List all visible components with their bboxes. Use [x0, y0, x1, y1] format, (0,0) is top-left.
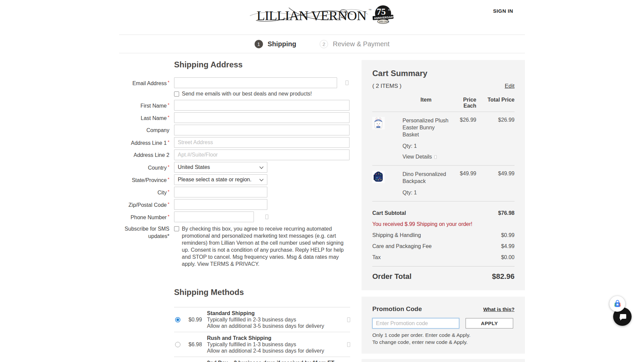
cart-item-name: Personalized Plush Easter Bunny Basket — [402, 117, 449, 138]
step-shipping[interactable]: 1 Shipping — [255, 40, 297, 48]
cart-item-qty: Qty: 1 — [402, 190, 449, 196]
cart-summary-title: Cart Summary — [372, 69, 515, 78]
column-item: Item — [402, 97, 449, 109]
step-1-circle: 1 — [255, 40, 263, 48]
edit-cart-link[interactable]: Edit — [505, 83, 515, 89]
promotion-what-is-this-link[interactable]: What is this? — [483, 306, 515, 312]
order-total-row: Order Total $82.96 — [372, 266, 515, 281]
store-logo[interactable]: LILLIAN VERNON ™ 75 th ANNIVERSARY 1951-… — [0, 0, 644, 26]
sign-in-link[interactable]: SIGN IN — [493, 8, 513, 14]
coupon-panel: Coupon# What is this? APPLY — [362, 359, 525, 362]
shipping-method-rush[interactable]: $6.98 Rush and Track Shipping Typically … — [174, 332, 350, 357]
sms-consent-checkbox[interactable] — [174, 226, 179, 231]
shipping-address-title: Shipping Address — [174, 60, 356, 69]
shipping-method-2nd-day[interactable]: $18.98 2nd Day – 2 business days if rece… — [174, 357, 350, 362]
shipping-method-radio[interactable] — [175, 342, 180, 347]
site-header: LILLIAN VERNON ™ 75 th ANNIVERSARY 1951-… — [0, 0, 644, 35]
column-total-price: Total Price — [476, 97, 515, 109]
chevron-down-icon — [259, 177, 264, 183]
checkout-progress-stepper: 1 Shipping 2 Review & Payment — [119, 35, 525, 53]
promotion-note: Only 1 code per order. Enter code & Appl… — [372, 331, 515, 346]
method-line1: Typically fulfilled in 1-3 business days — [207, 341, 344, 348]
sms-consent-row: Subscribe for SMS updates* By checking t… — [119, 225, 356, 267]
cart-item-qty: Qty: 1 — [402, 143, 449, 149]
address2-label: Address Line 2 — [119, 152, 169, 158]
email-field[interactable] — [174, 77, 337, 88]
cart-item-price-each: $26.99 — [449, 117, 476, 123]
method-name: Standard Shipping — [207, 310, 344, 316]
shipping-form-section: Shipping Address Email Address* Send me … — [119, 60, 356, 362]
city-field[interactable] — [174, 187, 267, 197]
method-info-icon — [347, 342, 350, 347]
google-reviews-badge[interactable] — [609, 296, 625, 312]
sms-consent-text: By checking this box, you agree to recei… — [182, 225, 349, 267]
cart-item-dino-backpack: Dino Personalized Backpack Qty: 1 $49.99… — [372, 166, 515, 201]
city-row: City* — [119, 187, 356, 197]
required-asterisk: * — [168, 80, 169, 85]
last-name-row: Last Name* — [119, 112, 356, 123]
promotion-apply-button[interactable]: APPLY — [466, 318, 513, 328]
required-asterisk: * — [168, 189, 169, 194]
chat-bubble-icon — [619, 313, 627, 321]
order-total-label: Order Total — [372, 272, 412, 281]
required-asterisk: * — [168, 115, 169, 120]
chevron-down-icon — [259, 164, 264, 170]
last-name-field[interactable] — [174, 112, 350, 123]
lillian-vernon-logo-graphic: LILLIAN VERNON ™ 75 th ANNIVERSARY 1951-… — [249, 4, 395, 26]
zip-label: Zip/Postal Code* — [119, 201, 169, 208]
phone-tooltip-icon[interactable] — [265, 215, 268, 219]
svg-text:™: ™ — [369, 8, 372, 12]
method-price: $6.98 — [189, 342, 207, 348]
zip-field[interactable] — [174, 199, 267, 210]
method-price: $0.99 — [189, 317, 207, 323]
method-name: 2nd Day – 2 business days if received by… — [207, 360, 344, 362]
phone-row: Phone Number* — [119, 212, 356, 222]
state-select[interactable]: Please select a state or region. — [174, 174, 267, 185]
promotion-code-panel: Promotion Code What is this? APPLY Only … — [362, 297, 525, 354]
promotion-code-input[interactable] — [372, 318, 459, 328]
address1-label: Address Line 1* — [119, 139, 169, 146]
zip-row: Zip/Postal Code* — [119, 199, 356, 210]
product-image-dino-backpack[interactable] — [372, 171, 385, 183]
tax-label: Tax — [372, 254, 381, 260]
cart-subtotal-label: Cart Subtotal — [372, 210, 406, 216]
last-name-label: Last Name* — [119, 114, 169, 121]
method-name: Rush and Track Shipping — [207, 335, 344, 341]
country-select[interactable]: United States — [174, 162, 267, 173]
required-asterisk: * — [168, 177, 169, 182]
cart-items-count: ( 2 ITEMS ) — [372, 83, 401, 89]
email-label: Email Address* — [119, 79, 169, 86]
svg-text:th: th — [388, 8, 391, 11]
newsletter-checkbox[interactable] — [174, 92, 179, 97]
country-selected-value: United States — [178, 164, 210, 170]
first-name-field[interactable] — [174, 100, 350, 111]
shipping-methods-list: $0.99 Standard Shipping Typically fulfil… — [174, 307, 350, 362]
cart-item-total: $26.99 — [476, 117, 515, 123]
step-2-label: Review & Payment — [333, 40, 389, 48]
shipping-method-radio-selected[interactable] — [175, 317, 180, 322]
address-line-1-field[interactable] — [174, 137, 350, 148]
sms-label: Subscribe for SMS updates* — [119, 225, 169, 267]
required-asterisk: * — [168, 214, 169, 219]
shipping-methods-title: Shipping Methods — [174, 288, 356, 297]
shipping-handling-value: $0.99 — [501, 232, 515, 238]
method-line2: Allow an additional 3-5 business days fo… — [207, 323, 344, 329]
shipping-handling-label: Shipping & Handling — [372, 232, 421, 238]
company-row: Company — [119, 125, 356, 135]
required-asterisk: * — [168, 139, 169, 144]
address-line-2-field[interactable] — [174, 149, 350, 160]
method-info-icon — [347, 317, 350, 322]
view-details-toggle[interactable]: View Details — [402, 154, 449, 160]
step-2-circle: 2 — [320, 40, 328, 48]
country-label: Country* — [119, 164, 169, 171]
product-image-bunny-basket[interactable] — [372, 117, 385, 129]
tax-value: $0.00 — [501, 254, 515, 260]
phone-field[interactable] — [174, 212, 254, 222]
required-asterisk: * — [168, 164, 169, 169]
company-field[interactable] — [174, 125, 350, 135]
step-review-payment[interactable]: 2 Review & Payment — [320, 40, 389, 48]
shipping-method-standard[interactable]: $0.99 Standard Shipping Typically fulfil… — [174, 307, 350, 332]
email-row: Email Address* — [119, 77, 356, 88]
method-line1: Typically fulfilled in 2-3 business days — [207, 316, 344, 323]
required-asterisk: * — [168, 201, 169, 206]
